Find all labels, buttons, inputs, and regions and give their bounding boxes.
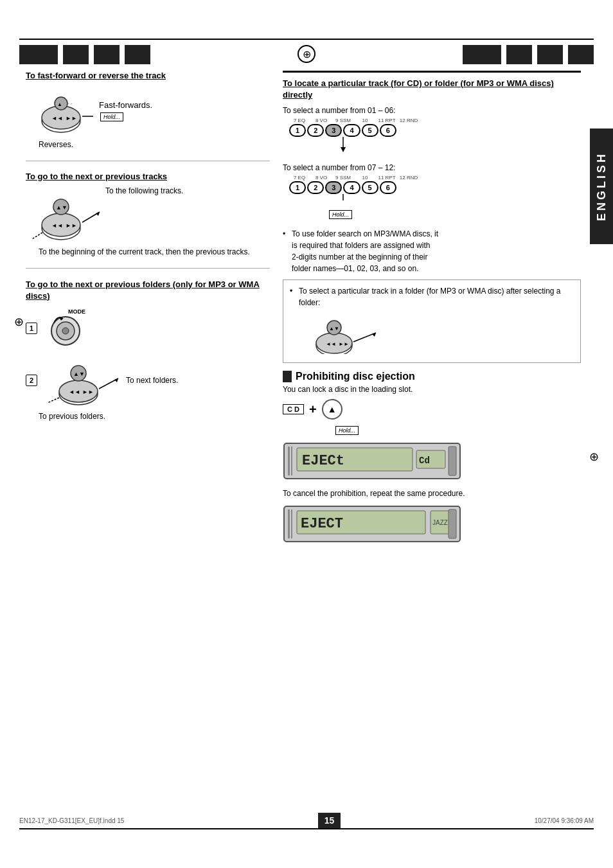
left-column: To fast-forward or reverse the track ◄◄ …	[26, 71, 270, 547]
num-btn2-2[interactable]: 2	[307, 181, 324, 194]
svg-line-16	[32, 233, 42, 239]
num-btn2-5[interactable]: 5	[362, 181, 378, 194]
note-box: To select a particular track in a folder…	[283, 279, 581, 363]
prohibiting-section: Prohibiting disc ejection You can lock a…	[283, 371, 581, 547]
header-block-2	[63, 45, 89, 64]
header-block-4	[125, 45, 150, 64]
next-prev-folders-heading: To go to the next or previous folders (o…	[26, 279, 270, 302]
plus-icon: +	[309, 402, 317, 417]
num-btn-6[interactable]: 6	[380, 124, 396, 137]
num-btn-2[interactable]: 2	[307, 124, 324, 137]
next-prev-tracks-heading: To go to the next or previous tracks	[26, 172, 270, 181]
label-10: 10	[355, 118, 375, 123]
mode-label-text: MODE	[68, 308, 85, 315]
label-12rnd: 12 RND	[398, 118, 419, 123]
page-border-top	[19, 39, 594, 40]
header-circle-center: ⊕	[298, 45, 315, 63]
bullet1-text3: 2-digits number at the beginning of thei…	[292, 252, 427, 261]
num-btn2-3-active[interactable]: 3	[325, 181, 342, 194]
tracks-diagram-area: ◄◄ ►► ▲▼ To the following tracks.	[32, 186, 270, 244]
num-btn2-6[interactable]: 6	[380, 181, 396, 194]
title-block-icon	[283, 371, 292, 382]
fast-forward-section: To fast-forward or reverse the track ◄◄ …	[26, 71, 270, 150]
fast-forward-svg: ◄◄ ►► ▲ - -	[32, 85, 96, 137]
svg-text:▲: ▲	[57, 102, 62, 107]
svg-rect-48	[449, 447, 456, 475]
svg-point-19	[62, 328, 69, 334]
svg-text:►►: ►►	[66, 222, 77, 229]
note-box-text: To select a particular track in a folder…	[299, 285, 574, 308]
label-7eq: 7 EQ	[289, 118, 310, 123]
num-labels-top-row: 7 EQ 8 VO 9 SSM 10 11 RPT 12 RND	[289, 118, 581, 123]
display1-svg: EJECt Cd	[283, 440, 463, 482]
tracks-svg: ◄◄ ►► ▲▼	[32, 186, 103, 244]
label2-10: 10	[355, 175, 375, 181]
hold-label-row2: Hold...	[328, 209, 581, 220]
label2-9ssm: 9 SSM	[333, 175, 353, 181]
display-mockup-1-container: EJECt Cd	[283, 440, 581, 484]
bullet1-text2: is required that folders are assigned wi…	[292, 241, 430, 250]
english-label: ENGLISH	[595, 152, 609, 221]
header-block-5	[463, 45, 501, 64]
prev-folders-caption: To previous folders.	[39, 411, 270, 422]
note-box-content: To select a particular track in a folder…	[290, 285, 574, 357]
prev-tracks-caption: To the beginning of the current track, t…	[39, 247, 270, 258]
two-column-layout: To fast-forward or reverse the track ◄◄ …	[26, 71, 581, 547]
num-btn-4[interactable]: 4	[343, 124, 360, 137]
svg-text:◄◄: ◄◄	[51, 222, 63, 229]
ff-caption-text: Fast-forwards.	[99, 100, 152, 110]
num-btn-1[interactable]: 1	[289, 124, 306, 137]
label2-8vo: 8 VO	[311, 175, 332, 181]
footer-right: 10/27/04 9:36:09 AM	[535, 817, 594, 824]
footer: EN12-17_KD-G311[EX_EU]f.indd 15 15 10/27…	[19, 813, 594, 828]
label-11rpt: 11 RPT	[377, 118, 397, 123]
reverses-caption: Reverses.	[39, 139, 270, 150]
right-column: To locate a particular track (for CD) or…	[283, 71, 581, 547]
next-folders-caption: To next folders.	[126, 376, 178, 385]
step1-area: 1 MODE	[26, 308, 270, 349]
num-btn2-1[interactable]: 1	[289, 181, 306, 194]
hold-label-text2: Hold...	[329, 210, 352, 219]
num-buttons-row1-container: 7 EQ 8 VO 9 SSM 10 11 RPT 12 RND 1 2 3 4…	[289, 118, 581, 158]
num-btn-5[interactable]: 5	[362, 124, 378, 137]
main-content: To fast-forward or reverse the track ◄◄ …	[26, 71, 581, 817]
row1-arrow-svg	[289, 137, 418, 156]
note-box-diagram: ◄◄ ►► ▲▼	[305, 312, 574, 357]
hold-label-ff: Hold...	[99, 111, 152, 123]
next-tracks-caption: To the following tracks.	[105, 186, 183, 195]
svg-text:EJECt: EJECt	[302, 453, 344, 469]
svg-text:►►: ►►	[82, 389, 94, 395]
num-btn2-4[interactable]: 4	[343, 181, 360, 194]
select-01-06-label: To select a number from 01 – 06:	[283, 106, 581, 115]
header-block-3	[94, 45, 120, 64]
num-buttons-row1: 1 2 3 4 5 6	[289, 124, 581, 137]
svg-rect-42	[288, 447, 290, 475]
left-circle-marker: ⊕	[14, 315, 24, 329]
svg-text:JAZZ: JAZZ	[432, 519, 448, 526]
num-btn-3-active[interactable]: 3	[325, 124, 342, 137]
cancel-text: To cancel the prohibition, repeat the sa…	[283, 489, 581, 498]
header-block-6	[506, 45, 532, 64]
bullet1-text1: To use folder search on MP3/WMA discs, i…	[292, 229, 438, 238]
svg-text:◄◄: ◄◄	[69, 389, 80, 395]
prohibiting-heading-text: Prohibiting disc ejection	[296, 371, 415, 382]
svg-text:►►: ►►	[66, 115, 77, 121]
footer-left: EN12-17_KD-G311[EX_EU]f.indd 15	[19, 817, 124, 824]
locate-track-section: To locate a particular track (for CD) or…	[283, 71, 581, 363]
prohibiting-title: Prohibiting disc ejection	[283, 371, 581, 382]
header-block-8	[568, 45, 594, 64]
svg-text:▲▼: ▲▼	[329, 326, 339, 332]
svg-rect-43	[291, 447, 292, 475]
divider-2	[26, 268, 270, 269]
row2-arrow-svg	[289, 194, 418, 207]
step1-circle: 1	[26, 323, 37, 334]
right-circle-marker: ⊕	[589, 450, 599, 464]
num-labels-top-row2: 7 EQ 8 VO 9 SSM 10 11 RPT 12 RND	[289, 175, 581, 181]
hold-label-prohibiting: Hold...	[334, 425, 581, 436]
svg-rect-50	[288, 509, 290, 538]
eject-button-icon: ▲	[322, 399, 342, 420]
header-block-7	[537, 45, 563, 64]
num-buttons-row2: 1 2 3 4 5 6	[289, 181, 581, 194]
hold-text: Hold...	[100, 112, 123, 121]
label2-12rnd: 12 RND	[398, 175, 419, 181]
